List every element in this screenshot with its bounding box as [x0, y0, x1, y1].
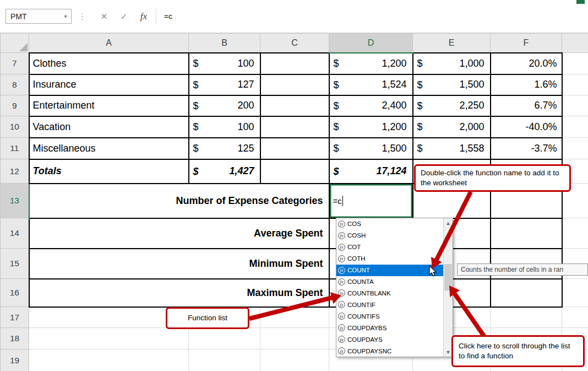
cell-B9[interactable]: $200: [189, 95, 260, 116]
row-header-14[interactable]: 14: [1, 218, 29, 249]
cell-G8[interactable]: [562, 74, 588, 95]
cell-F11[interactable]: -3.7%: [491, 138, 562, 159]
column-header-C[interactable]: C: [260, 34, 329, 53]
cell-E9[interactable]: $2,250: [413, 95, 491, 116]
column-header-B[interactable]: B: [189, 34, 260, 53]
insert-function-button[interactable]: fx: [134, 9, 154, 24]
cell-B18[interactable]: [189, 328, 260, 350]
scroll-up-icon[interactable]: ▲: [444, 218, 453, 228]
function-list-item[interactable]: fxCOUNTIFS: [336, 310, 443, 322]
cell-G17[interactable]: [562, 307, 588, 328]
cell-D11[interactable]: $1,500: [329, 138, 413, 159]
row-header-15[interactable]: 15: [1, 249, 29, 279]
cell-A16-merged-label[interactable]: Maximum Spent: [29, 279, 329, 307]
column-header-E[interactable]: E: [413, 34, 491, 53]
cell-C8[interactable]: [260, 74, 329, 95]
cell-G14[interactable]: [562, 218, 588, 249]
cell-G11[interactable]: [562, 138, 588, 159]
cell-B11[interactable]: $125: [189, 138, 260, 159]
cell-C10[interactable]: [260, 116, 329, 138]
row-header-19[interactable]: 19: [1, 350, 29, 371]
cell-C7[interactable]: [260, 53, 329, 74]
row-header-12[interactable]: 12: [1, 159, 29, 184]
cell-F17[interactable]: [491, 307, 562, 328]
name-box-dropdown-icon[interactable]: ▾: [60, 13, 71, 19]
cell-C18[interactable]: [260, 328, 329, 350]
cell-C19[interactable]: [260, 350, 329, 371]
column-header-D[interactable]: D: [329, 34, 413, 53]
cell-G16[interactable]: [562, 279, 588, 307]
cell-B19[interactable]: [189, 350, 260, 371]
cell-E11[interactable]: $1,558: [413, 138, 491, 159]
column-header-A[interactable]: A: [29, 34, 189, 53]
name-box[interactable]: PMT ▾: [6, 9, 72, 24]
row-header-18[interactable]: 18: [1, 328, 29, 350]
cell-F7[interactable]: 20.0%: [491, 53, 562, 74]
cell-C17[interactable]: [260, 307, 329, 328]
cell-C12[interactable]: [260, 159, 329, 184]
cell-A17[interactable]: [29, 307, 189, 328]
scrollbar-thumb[interactable]: [444, 264, 452, 291]
cell-G9[interactable]: [562, 95, 588, 116]
cell-A15-merged-label[interactable]: Minimum Spent: [29, 249, 329, 279]
row-header-10[interactable]: 10: [1, 116, 29, 138]
cell-D9[interactable]: $2,400: [329, 95, 413, 116]
row-header-17[interactable]: 17: [1, 307, 29, 328]
cell-D8[interactable]: $1,524: [329, 74, 413, 95]
cell-F10[interactable]: -40.0%: [491, 116, 562, 138]
column-header-F[interactable]: F: [491, 34, 562, 53]
function-list-item[interactable]: fxCOUNTIF: [336, 299, 443, 310]
cell-D7[interactable]: $1,200: [329, 53, 413, 74]
cell-A10[interactable]: Vacation: [29, 116, 189, 138]
cell-F16[interactable]: [491, 279, 562, 307]
cell-E7[interactable]: $1,000: [413, 53, 491, 74]
function-list-item[interactable]: fxCOUPDAYSNC: [336, 345, 443, 357]
cell-C9[interactable]: [260, 95, 329, 116]
cell-C11[interactable]: [260, 138, 329, 159]
function-list-item[interactable]: fxCOTH: [336, 253, 443, 265]
cell-D12[interactable]: $17,124: [329, 159, 413, 184]
cell-A12[interactable]: Totals: [29, 159, 189, 184]
cell-E10[interactable]: $2,000: [413, 116, 491, 138]
cell-A14-merged-label[interactable]: Average Spent: [29, 218, 329, 249]
cell-F8[interactable]: 1.6%: [491, 74, 562, 95]
function-list-item[interactable]: fxCOSH: [336, 230, 443, 241]
cell-E8[interactable]: $1,500: [413, 74, 491, 95]
cell-A19[interactable]: [29, 350, 189, 371]
cell-A18[interactable]: [29, 328, 189, 350]
cell-A7[interactable]: Clothes: [29, 53, 189, 74]
row-header-8[interactable]: 8: [1, 74, 29, 95]
function-list-item[interactable]: fxCOUPDAYS: [336, 334, 443, 345]
row-header-16[interactable]: 16: [1, 279, 29, 307]
cell-B8[interactable]: $127: [189, 74, 260, 95]
cell-A8[interactable]: Insurance: [29, 74, 189, 95]
formula-input[interactable]: =c: [156, 9, 588, 24]
function-list-item-selected[interactable]: fxCOUNT: [336, 265, 443, 276]
cell-G10[interactable]: [562, 116, 588, 138]
function-list-item[interactable]: fxCOUNTBLANK: [336, 288, 443, 299]
function-list-item[interactable]: fxCOT: [336, 241, 443, 253]
cell-B10[interactable]: $100: [189, 116, 260, 138]
dropdown-scrollbar[interactable]: ▲ ▼: [443, 218, 453, 357]
row-header-13[interactable]: 13: [1, 184, 29, 218]
cell-D10[interactable]: $1,200: [329, 116, 413, 138]
cell-F9[interactable]: 6.7%: [491, 95, 562, 116]
cell-G7[interactable]: [562, 53, 588, 74]
function-list-item[interactable]: fxCOUNTA: [336, 276, 443, 288]
cell-B7[interactable]: $100: [189, 53, 260, 74]
cell-B12[interactable]: $1,427: [189, 159, 260, 184]
cell-A11[interactable]: Miscellaneous: [29, 138, 189, 159]
enter-button[interactable]: ✓: [114, 9, 134, 24]
row-header-7[interactable]: 7: [1, 53, 29, 74]
cell-A9[interactable]: Entertainment: [29, 95, 189, 116]
cell-D13-active[interactable]: =c: [329, 184, 413, 218]
row-header-11[interactable]: 11: [1, 138, 29, 159]
cancel-button[interactable]: ✕: [94, 9, 114, 24]
function-list-item[interactable]: fxCOS: [336, 218, 443, 230]
select-all-corner[interactable]: [1, 34, 29, 53]
cell-F14[interactable]: [491, 218, 562, 249]
cell-A13-merged-label[interactable]: Number of Expense Categories: [29, 184, 329, 218]
function-list-item[interactable]: fxCOUPDAYBS: [336, 322, 443, 334]
row-header-9[interactable]: 9: [1, 95, 29, 116]
scrollbar-track[interactable]: [444, 228, 453, 347]
